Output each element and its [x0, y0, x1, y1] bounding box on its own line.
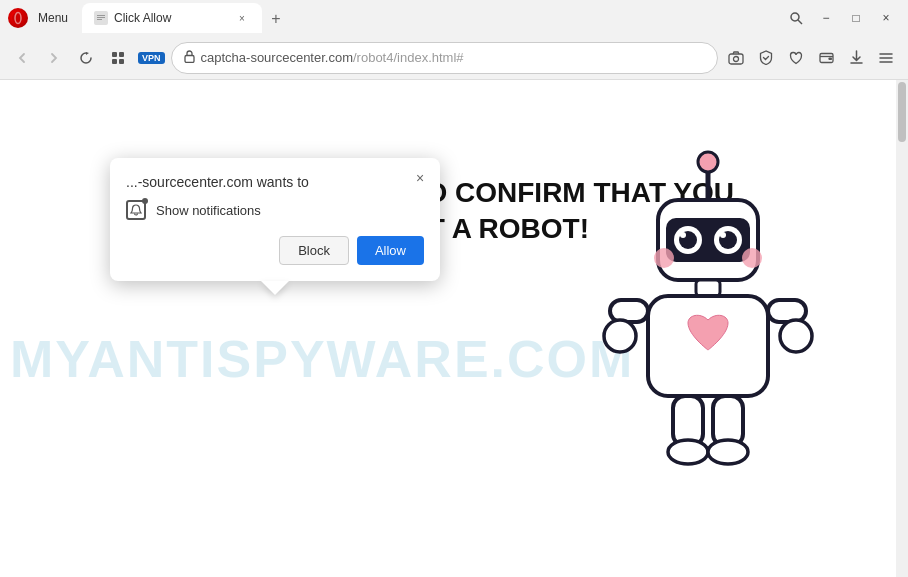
- address-bar[interactable]: captcha-sourcecenter.com/robot4/index.ht…: [171, 42, 718, 74]
- svg-rect-8: [112, 52, 117, 57]
- bookmark-heart-button[interactable]: [782, 44, 810, 72]
- shield-check-button[interactable]: [752, 44, 780, 72]
- svg-rect-13: [729, 54, 743, 64]
- svg-point-30: [654, 248, 674, 268]
- browser-menu-button[interactable]: [872, 44, 900, 72]
- window-controls: − □ ×: [782, 4, 900, 32]
- allow-button[interactable]: Allow: [357, 236, 424, 265]
- svg-point-0: [12, 12, 24, 24]
- svg-point-29: [720, 232, 726, 238]
- nav-bar: VPN captcha-sourcecenter.com/robot4/inde…: [0, 36, 908, 80]
- vpn-badge[interactable]: VPN: [138, 52, 165, 64]
- forward-button[interactable]: [40, 44, 68, 72]
- grid-button[interactable]: [104, 44, 132, 72]
- new-tab-button[interactable]: +: [262, 5, 290, 33]
- browser-frame: Menu Click Allow × +: [0, 0, 908, 577]
- robot-illustration: [568, 140, 848, 490]
- popup-pointer: [261, 281, 289, 295]
- watermark-text: MYANTISPYWARE.COM: [10, 329, 634, 389]
- close-button[interactable]: ×: [872, 4, 900, 32]
- svg-point-28: [680, 232, 686, 238]
- page-content: MYANTISPYWARE.COM CLICK «ALLOW» TO CONFI…: [0, 80, 908, 577]
- popup-close-button[interactable]: ×: [410, 168, 430, 188]
- opera-logo: [8, 8, 28, 28]
- svg-rect-4: [97, 17, 105, 18]
- active-tab[interactable]: Click Allow ×: [82, 3, 262, 33]
- tab-close-button[interactable]: ×: [234, 10, 250, 26]
- maximize-button[interactable]: □: [842, 4, 870, 32]
- svg-point-37: [780, 320, 812, 352]
- svg-point-14: [734, 56, 739, 61]
- popup-buttons: Block Allow: [126, 236, 424, 265]
- svg-point-6: [791, 13, 799, 21]
- svg-point-40: [668, 440, 708, 464]
- notification-icon: [126, 200, 146, 220]
- address-path: /robot4/index.html#: [353, 50, 464, 65]
- back-button[interactable]: [8, 44, 36, 72]
- nav-actions: [722, 44, 900, 72]
- svg-rect-10: [112, 59, 117, 64]
- svg-rect-11: [119, 59, 124, 64]
- lock-icon: [184, 50, 195, 65]
- download-button[interactable]: [842, 44, 870, 72]
- svg-rect-32: [696, 280, 720, 296]
- svg-point-21: [698, 152, 718, 172]
- svg-rect-34: [610, 300, 648, 322]
- svg-rect-3: [97, 15, 105, 16]
- svg-rect-9: [119, 52, 124, 57]
- popup-site-name: ...-sourcecenter.com wants to: [126, 174, 424, 190]
- tab-favicon: [94, 11, 108, 25]
- svg-rect-35: [768, 300, 806, 322]
- popup-notification-row: Show notifications: [126, 200, 424, 220]
- notification-popup: × ...-sourcecenter.com wants to Show not…: [110, 158, 440, 281]
- svg-point-31: [742, 248, 762, 268]
- popup-notification-label: Show notifications: [156, 203, 261, 218]
- address-text: captcha-sourcecenter.com/robot4/index.ht…: [201, 50, 705, 65]
- block-button[interactable]: Block: [279, 236, 349, 265]
- svg-rect-16: [828, 57, 832, 60]
- scrollbar-thumb[interactable]: [898, 82, 906, 142]
- svg-rect-12: [185, 56, 194, 63]
- svg-rect-5: [97, 19, 102, 20]
- reload-button[interactable]: [72, 44, 100, 72]
- scrollbar[interactable]: [896, 80, 908, 577]
- svg-point-36: [604, 320, 636, 352]
- tab-bar: Click Allow × +: [82, 3, 778, 33]
- menu-button[interactable]: Menu: [32, 9, 74, 27]
- svg-point-41: [708, 440, 748, 464]
- title-bar: Menu Click Allow × +: [0, 0, 908, 36]
- tab-title: Click Allow: [114, 11, 228, 25]
- minimize-button[interactable]: −: [812, 4, 840, 32]
- svg-line-7: [798, 20, 802, 24]
- search-button[interactable]: [782, 4, 810, 32]
- camera-button[interactable]: [722, 44, 750, 72]
- address-domain: captcha-sourcecenter.com: [201, 50, 353, 65]
- wallet-button[interactable]: [812, 44, 840, 72]
